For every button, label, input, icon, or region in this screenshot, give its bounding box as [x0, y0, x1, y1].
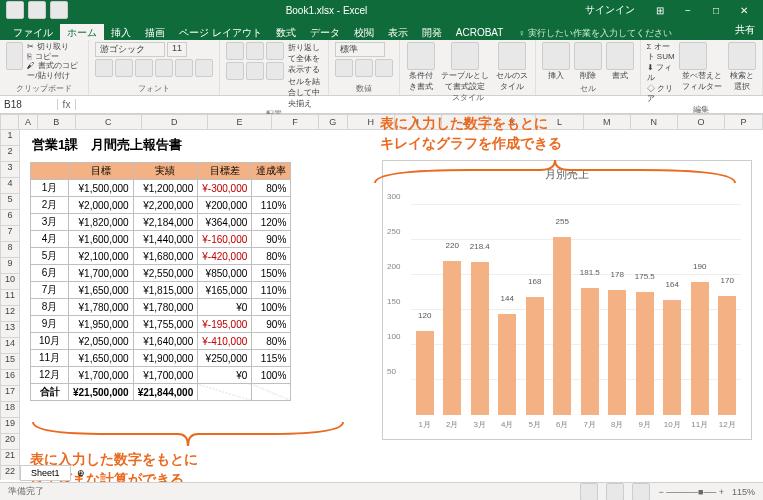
bar[interactable]: [608, 290, 626, 415]
col-header[interactable]: G: [319, 114, 347, 130]
col-header[interactable]: B: [38, 114, 76, 130]
save-icon[interactable]: [6, 1, 24, 19]
bar[interactable]: [663, 300, 681, 415]
cell[interactable]: 3月: [31, 214, 69, 231]
cell[interactable]: 2月: [31, 197, 69, 214]
row-header[interactable]: 21: [0, 450, 20, 466]
col-header[interactable]: J: [442, 114, 489, 130]
cell[interactable]: ¥1,755,000: [133, 316, 198, 333]
fill-color-icon[interactable]: [175, 59, 193, 77]
tell-me[interactable]: ♀ 実行したい作業を入力してください: [518, 27, 671, 40]
cell[interactable]: ¥1,780,000: [69, 299, 134, 316]
cell[interactable]: ¥364,000: [198, 214, 252, 231]
bar[interactable]: [416, 331, 434, 415]
row-header[interactable]: 5: [0, 194, 20, 210]
bar[interactable]: [471, 262, 489, 415]
row-header[interactable]: 12: [0, 306, 20, 322]
currency-icon[interactable]: [335, 59, 353, 77]
underline-icon[interactable]: [135, 59, 153, 77]
cell[interactable]: ¥21,500,000: [69, 384, 134, 401]
worksheet[interactable]: ABCDEFGHIJKLMNOP 12345678910111213141516…: [0, 114, 763, 480]
row-header[interactable]: 4: [0, 178, 20, 194]
bar[interactable]: [636, 292, 654, 415]
cell[interactable]: ¥1,780,000: [133, 299, 198, 316]
view-break-icon[interactable]: [632, 483, 650, 501]
col-header[interactable]: F: [272, 114, 319, 130]
cell[interactable]: [198, 384, 252, 401]
cell[interactable]: 7月: [31, 282, 69, 299]
bar[interactable]: [526, 297, 544, 415]
align-right-icon[interactable]: [266, 62, 284, 80]
row-header[interactable]: 3: [0, 162, 20, 178]
cell[interactable]: ¥1,650,000: [69, 350, 134, 367]
cell[interactable]: 115%: [252, 350, 291, 367]
tab-ファイル[interactable]: ファイル: [6, 24, 60, 41]
wrap-text-button[interactable]: 折り返して全体を表示する: [288, 42, 322, 76]
cell[interactable]: 80%: [252, 180, 291, 197]
col-header[interactable]: C: [76, 114, 142, 130]
cell[interactable]: 150%: [252, 265, 291, 282]
cell[interactable]: ¥1,820,000: [69, 214, 134, 231]
table-format-icon[interactable]: [451, 42, 479, 70]
cell[interactable]: ¥2,000,000: [69, 197, 134, 214]
font-size[interactable]: 11: [167, 42, 187, 57]
cell[interactable]: ¥2,200,000: [133, 197, 198, 214]
cell[interactable]: 4月: [31, 231, 69, 248]
italic-icon[interactable]: [115, 59, 133, 77]
cond-format-icon[interactable]: [407, 42, 435, 70]
bar[interactable]: [498, 314, 516, 415]
row-header[interactable]: 17: [0, 386, 20, 402]
cell[interactable]: 11月: [31, 350, 69, 367]
cell[interactable]: 110%: [252, 197, 291, 214]
cell[interactable]: ¥2,184,000: [133, 214, 198, 231]
tab-校閲[interactable]: 校閲: [347, 24, 381, 41]
cell[interactable]: ¥165,000: [198, 282, 252, 299]
cell[interactable]: ¥850,000: [198, 265, 252, 282]
cell[interactable]: 90%: [252, 231, 291, 248]
cell[interactable]: ¥1,440,000: [133, 231, 198, 248]
cell[interactable]: 80%: [252, 333, 291, 350]
col-header[interactable]: O: [678, 114, 725, 130]
col-header[interactable]: M: [584, 114, 631, 130]
cell[interactable]: ¥1,500,000: [69, 180, 134, 197]
tab-ホーム[interactable]: ホーム: [60, 24, 104, 41]
bar[interactable]: [581, 288, 599, 415]
cell[interactable]: ¥1,200,000: [133, 180, 198, 197]
cell[interactable]: 90%: [252, 316, 291, 333]
view-layout-icon[interactable]: [606, 483, 624, 501]
cell[interactable]: ¥-160,000: [198, 231, 252, 248]
col-header[interactable]: I: [395, 114, 442, 130]
tab-ページ レイアウト[interactable]: ページ レイアウト: [172, 24, 269, 41]
font-select[interactable]: 游ゴシック: [95, 42, 165, 57]
align-center-icon[interactable]: [246, 62, 264, 80]
col-header[interactable]: L: [536, 114, 583, 130]
align-top-icon[interactable]: [226, 42, 244, 60]
row-header[interactable]: 22: [0, 466, 20, 480]
row-header[interactable]: 15: [0, 354, 20, 370]
autosum-button[interactable]: Σ オート SUM: [647, 42, 676, 63]
cell[interactable]: 合計: [31, 384, 69, 401]
select-all-corner[interactable]: [0, 114, 19, 130]
row-header[interactable]: 9: [0, 258, 20, 274]
col-header[interactable]: N: [631, 114, 678, 130]
row-header[interactable]: 11: [0, 290, 20, 306]
cell[interactable]: ¥21,844,000: [133, 384, 198, 401]
cell[interactable]: ¥2,100,000: [69, 248, 134, 265]
clear-button[interactable]: ◇ クリア: [647, 84, 676, 105]
delete-cell-icon[interactable]: [574, 42, 602, 70]
cell[interactable]: ¥-195,000: [198, 316, 252, 333]
cell[interactable]: 12月: [31, 367, 69, 384]
zoom-slider[interactable]: − ─────■── +: [658, 487, 724, 497]
format-painter-button[interactable]: 🖌 書式のコピー/貼り付け: [27, 61, 82, 80]
close-icon[interactable]: ✕: [731, 1, 757, 19]
row-header[interactable]: 8: [0, 242, 20, 258]
minimize-icon[interactable]: −: [675, 1, 701, 19]
cell[interactable]: ¥1,600,000: [69, 231, 134, 248]
tab-描画[interactable]: 描画: [138, 24, 172, 41]
window-opts-icon[interactable]: ⊞: [647, 1, 673, 19]
tab-挿入[interactable]: 挿入: [104, 24, 138, 41]
border-icon[interactable]: [155, 59, 173, 77]
row-header[interactable]: 16: [0, 370, 20, 386]
row-header[interactable]: 13: [0, 322, 20, 338]
align-left-icon[interactable]: [226, 62, 244, 80]
